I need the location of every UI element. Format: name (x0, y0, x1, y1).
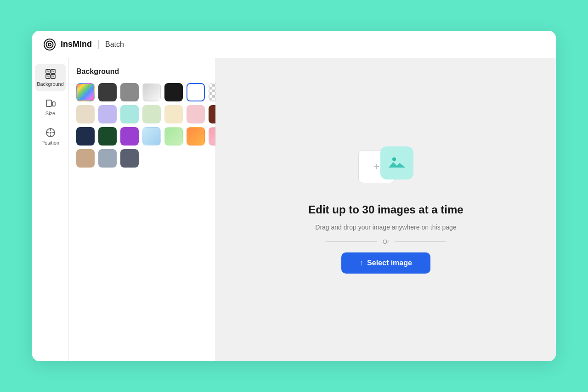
select-image-button[interactable]: ↑ Select image (341, 252, 430, 274)
upload-arrow-icon: ↑ (360, 259, 363, 267)
swatch-slate[interactable] (98, 149, 117, 168)
header: insMind Batch (32, 31, 556, 58)
swatch-transparent[interactable] (209, 83, 216, 101)
sub-title: Drag and drop your image anywhere on thi… (315, 224, 456, 231)
or-divider: Or (326, 238, 446, 245)
sidebar-item-position-label: Position (41, 140, 59, 146)
texture-icon (45, 68, 56, 79)
panel-title: Background (76, 67, 208, 76)
svg-point-1 (46, 41, 53, 48)
swatch-orange-gradient[interactable] (187, 127, 205, 146)
swatch-beige-light[interactable] (76, 105, 95, 123)
svg-rect-11 (46, 100, 51, 106)
upload-card-front (380, 146, 413, 179)
background-panel: Background (69, 58, 216, 361)
upload-illustration: + (358, 146, 413, 192)
swatch-lavender[interactable] (98, 105, 117, 123)
sidebar-item-size[interactable]: Size (35, 93, 66, 121)
logo-icon (43, 38, 56, 51)
swatch-medium-gray[interactable] (120, 83, 139, 101)
swatch-light-gray-gradient[interactable] (142, 83, 161, 101)
swatch-forest[interactable] (98, 127, 117, 146)
swatch-charcoal[interactable] (120, 149, 139, 168)
or-text: Or (383, 238, 389, 245)
logo-text: insMind (61, 39, 92, 49)
plus-icon: + (374, 162, 380, 172)
svg-line-7 (47, 71, 49, 72)
swatch-navy[interactable] (76, 127, 95, 146)
svg-point-14 (50, 132, 51, 134)
swatch-mint[interactable] (120, 105, 139, 123)
select-image-label: Select image (367, 259, 412, 267)
app-window: insMind Batch (32, 31, 556, 361)
swatch-white[interactable] (187, 83, 205, 101)
main-title: Edit up to 30 images at a time (308, 203, 463, 216)
sidebar-item-size-label: Size (45, 111, 55, 116)
icon-sidebar: Background Size (32, 58, 69, 361)
swatch-pink-gradient[interactable] (209, 127, 216, 146)
svg-point-2 (48, 43, 51, 46)
sidebar-item-background[interactable]: Background (35, 64, 66, 91)
position-icon (45, 127, 56, 138)
logo-area: insMind (43, 38, 92, 51)
header-divider (98, 40, 99, 49)
swatch-sky-blue[interactable] (142, 127, 161, 146)
sidebar-item-position[interactable]: Position (35, 123, 66, 150)
swatch-green-light[interactable] (164, 127, 183, 146)
swatch-purple[interactable] (120, 127, 139, 146)
swatch-brown[interactable] (209, 105, 216, 123)
main-layout: Background Size (32, 58, 556, 361)
sidebar-item-background-label: Background (37, 81, 64, 87)
svg-line-10 (52, 76, 54, 77)
canvas-area: + Edit up to 30 images at a time Drag an… (216, 58, 556, 361)
svg-line-8 (52, 71, 54, 72)
size-icon (45, 98, 56, 109)
or-line-left (326, 241, 377, 242)
swatch-dark-gray[interactable] (98, 83, 117, 101)
svg-point-19 (392, 157, 396, 161)
color-grid (76, 83, 208, 168)
svg-line-9 (47, 76, 49, 77)
swatch-sage[interactable] (142, 105, 161, 123)
image-preview-icon (387, 153, 407, 173)
svg-rect-12 (52, 102, 55, 106)
or-line-right (395, 241, 446, 242)
swatch-tan[interactable] (76, 149, 95, 168)
swatch-rainbow[interactable] (76, 83, 95, 101)
swatch-pink-light[interactable] (187, 105, 205, 123)
batch-label: Batch (105, 40, 124, 49)
swatch-cream[interactable] (164, 105, 183, 123)
swatch-black[interactable] (164, 83, 183, 101)
